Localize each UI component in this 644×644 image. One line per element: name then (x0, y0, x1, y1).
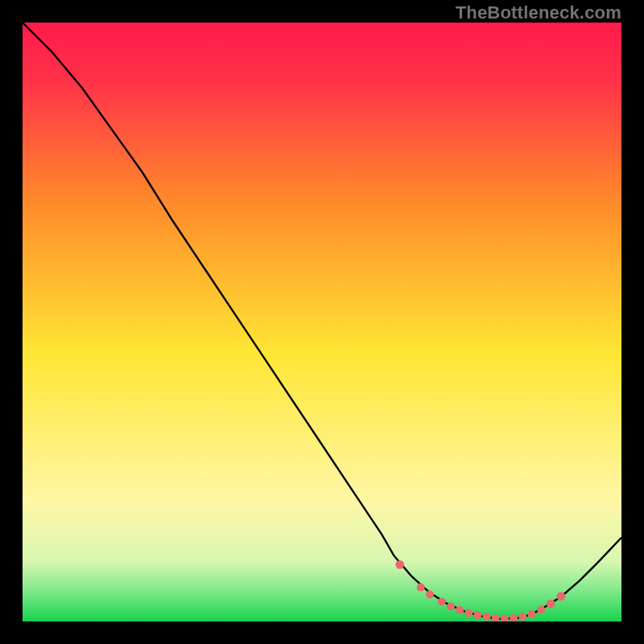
optimal-dot (483, 613, 491, 621)
optimal-dot (556, 592, 565, 601)
optimal-dot (438, 597, 446, 605)
optimal-dot (518, 613, 526, 621)
chart-frame: TheBottleneck.com (0, 0, 644, 644)
watermark-label: TheBottleneck.com (456, 2, 621, 23)
optimal-dot (473, 611, 481, 619)
optimal-dot (395, 560, 404, 569)
gradient-background (23, 23, 621, 621)
plot-area (23, 23, 621, 621)
optimal-dot (527, 610, 535, 618)
bottleneck-chart (23, 23, 621, 621)
optimal-dot (426, 591, 434, 599)
optimal-dot (547, 600, 555, 609)
optimal-dot (447, 602, 455, 610)
optimal-dot (456, 606, 464, 614)
optimal-dot (537, 605, 545, 613)
optimal-dot (417, 584, 425, 592)
optimal-dot (464, 609, 473, 617)
